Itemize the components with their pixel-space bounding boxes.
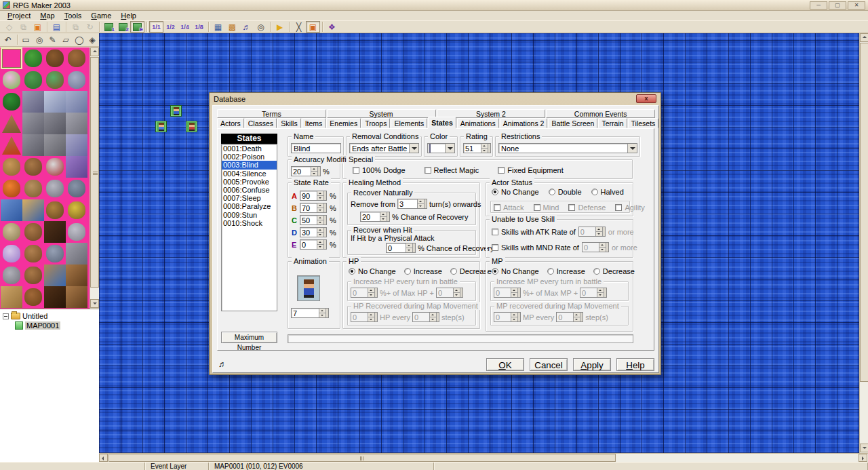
palette-tile[interactable] [44,221,66,243]
scroll-up-icon[interactable] [90,47,99,56]
spinner-buttons[interactable] [319,309,326,317]
checkbox-skills-with-mnd-rate-of[interactable]: Skills with MND Rate of [492,243,579,252]
removal-conditions-select[interactable]: Ends after Battle [349,143,419,153]
palette-tile[interactable] [22,134,44,156]
tile-palette[interactable] [0,47,99,309]
palette-tile[interactable] [22,156,44,178]
upper-layer-button[interactable]: 2 [116,21,130,33]
tab-classes[interactable]: Classes [245,118,277,128]
palette-tile[interactable] [22,47,44,69]
state-list-item[interactable]: 0009:Stun [222,211,277,219]
save-button[interactable]: ▤ [50,21,64,33]
palette-tile[interactable] [44,91,66,113]
palette-tile[interactable] [1,243,22,265]
menu-map[interactable]: Map [35,12,59,20]
state-list-item[interactable]: 0007:Sleep [222,194,277,202]
palette-tile[interactable] [1,199,22,221]
palette-tile[interactable] [44,265,66,286]
state-list-item[interactable]: 0004:Silence [222,170,277,178]
tab-animations-2[interactable]: Animations 2 [500,118,548,128]
palette-tile[interactable] [66,199,87,221]
radio-icon[interactable] [547,268,554,275]
select-tool[interactable]: ▭ [20,34,33,45]
radio-icon[interactable] [492,189,498,195]
battler-sprite-preview[interactable] [297,275,320,301]
radio-decrease[interactable]: Decrease [593,267,635,275]
palette-tile[interactable] [22,221,44,243]
palette-tile[interactable] [22,91,44,113]
zoom-tool[interactable]: ◎ [33,34,46,45]
checkbox-reflect-magic[interactable]: Reflect Magic [425,166,479,174]
tab-enemies[interactable]: Enemies [326,118,361,128]
palette-tile[interactable] [22,265,44,286]
state-rate-spinner[interactable]: 0 [300,239,327,250]
minimize-button[interactable]: ─ [810,1,827,9]
palette-tile[interactable] [1,156,22,178]
ellipse-tool[interactable]: ◯ [73,34,86,45]
spin-down-icon[interactable] [481,148,488,153]
tab-elements[interactable]: Elements [391,118,427,128]
zoom-1-8-button[interactable]: 1/8 [192,21,206,33]
state-rate-spinner[interactable]: 30 [300,227,327,237]
radio-double[interactable]: Double [549,188,582,196]
tab-tilesets[interactable]: Tilesets [628,118,659,128]
spinner-buttons[interactable] [311,167,317,176]
palette-tile[interactable] [1,69,22,91]
palette-tile[interactable] [66,156,87,178]
spin-down-icon[interactable] [317,208,323,212]
radio-icon[interactable] [349,268,355,275]
state-list-item[interactable]: 0006:Confuse [222,186,277,194]
checkbox-icon[interactable] [492,229,498,235]
map-event[interactable] [186,121,197,132]
palette-tile[interactable] [22,286,44,308]
radio-icon[interactable] [549,189,555,195]
search-button[interactable]: ◎ [254,21,268,33]
spinner-buttons[interactable] [317,228,323,237]
spinner-buttons[interactable] [380,212,387,221]
palette-tile[interactable] [44,134,66,156]
checkbox-icon[interactable] [353,167,359,174]
palette-tile[interactable] [66,243,87,265]
resource-manager-button[interactable]: ▩ [225,21,239,33]
cancel-button[interactable]: Cancel [530,358,568,371]
spin-down-icon[interactable] [319,313,326,317]
palette-tile[interactable] [1,286,22,308]
apply-button[interactable]: Apply [573,358,611,371]
close-project-button[interactable]: ▣ [31,21,45,33]
palette-tile[interactable] [22,113,44,134]
tab-troops[interactable]: Troops [361,118,390,128]
palette-tile[interactable] [66,69,87,91]
tab-terrain[interactable]: Terrain [598,118,627,128]
spin-down-icon[interactable] [311,171,317,176]
undo-tool[interactable]: ↶ [1,34,15,45]
palette-tile[interactable] [66,91,87,113]
states-list[interactable]: 0001:Death0002:Poison0003:Blind0004:Sile… [221,144,277,311]
palette-tile[interactable] [66,286,87,308]
radio-no-change[interactable]: No Change [492,188,539,196]
palette-tile[interactable] [1,221,22,243]
radio-halved[interactable]: Halved [591,188,624,196]
tree-item-map0001[interactable]: MAP0001 [0,321,99,330]
lower-layer-button[interactable]: 1 [102,21,116,33]
dialog-close-icon[interactable]: x [636,94,656,103]
palette-tile[interactable] [44,69,66,91]
radio-icon[interactable] [450,268,457,275]
accuracy-spinner[interactable]: 20 [291,166,321,176]
animation-spinner[interactable]: 7 [291,308,329,318]
palette-tile[interactable] [22,199,44,221]
map-event[interactable] [170,105,182,117]
name-input[interactable]: Blind [291,143,341,153]
music-button[interactable]: ♬ [239,21,254,33]
radio-increase[interactable]: Increase [404,267,442,275]
spinner-buttons[interactable] [481,144,488,153]
palette-tile[interactable] [66,221,87,243]
spinner-buttons[interactable] [317,216,323,224]
zoom-1-4-button[interactable]: 1/4 [178,21,192,33]
state-rate-spinner[interactable]: 90 [300,191,327,201]
palette-tile[interactable] [44,199,66,221]
tab-items[interactable]: Items [302,118,326,128]
palette-tile[interactable] [22,178,44,199]
tab-actors[interactable]: Actors [217,118,244,128]
h-scroll-thumb[interactable] [108,454,616,462]
state-list-item[interactable]: 0010:Shock [222,219,277,227]
